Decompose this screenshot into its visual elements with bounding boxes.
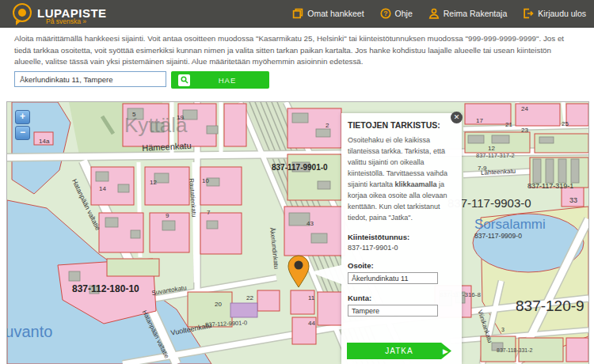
logout-icon: [523, 8, 534, 19]
zoom-in-button[interactable]: +: [15, 110, 30, 124]
property-id-value: 837-117-9901-0: [348, 244, 455, 252]
panel-title: TIETOJEN TARKISTUS:: [348, 120, 455, 130]
address-input[interactable]: [348, 272, 438, 284]
map-canvas[interactable]: [7, 102, 588, 364]
search-icon: [178, 74, 190, 86]
user-icon: [428, 8, 440, 19]
continue-button[interactable]: JATKA: [347, 343, 451, 359]
panel-pointer: [310, 265, 341, 284]
speech-bubble-icon: [13, 3, 32, 22]
search-button[interactable]: HAE: [171, 71, 269, 89]
header-nav: Omat hankkeet ? Ohje Reima Rakentaja Kir…: [292, 0, 586, 27]
intro-text: Aloita määrittämällä hankkeesi sijainti.…: [14, 33, 573, 68]
search-input[interactable]: [14, 71, 166, 87]
close-icon[interactable]: ✕: [451, 112, 463, 123]
nav-label: Reima Rakentaja: [444, 9, 508, 18]
language-link[interactable]: På svenska »: [46, 17, 86, 25]
nav-label: Omat hankkeet: [307, 9, 364, 18]
app-header: LUPAPISTE På svenska » Omat hankkeet ? O…: [0, 0, 594, 28]
map-zoom-controls: + −: [15, 110, 29, 142]
nav-label: Kirjaudu ulos: [538, 9, 586, 18]
verification-panel: ✕ TIETOJEN TARKISTUS: Osoitehaku ei ole …: [341, 113, 462, 364]
panel-body: Osoitehaku ei ole kaikissa tilanteissa t…: [348, 135, 455, 223]
nav-user[interactable]: Reima Rakentaja: [428, 8, 508, 19]
property-id-label: Kiinteistötunnus:: [348, 233, 455, 241]
continue-label: JATKA: [385, 347, 413, 355]
zoom-out-button[interactable]: −: [15, 126, 30, 140]
nav-logout[interactable]: Kirjaudu ulos: [523, 8, 586, 19]
map[interactable]: KyttäläHämeenkatu837-117-9901-0837-112-1…: [6, 101, 589, 364]
nav-label: Ohje: [395, 9, 413, 18]
municipality-input[interactable]: [348, 305, 438, 317]
nav-omat-hankkeet[interactable]: Omat hankkeet: [292, 8, 364, 19]
svg-text:?: ?: [383, 9, 387, 17]
help-icon: ?: [380, 8, 391, 19]
nav-ohje[interactable]: ? Ohje: [380, 8, 413, 19]
address-label: Osoite:: [348, 261, 455, 270]
search-button-label: HAE: [190, 76, 265, 85]
location-search: HAE: [14, 71, 269, 89]
projects-icon: [292, 8, 303, 19]
municipality-label: Kunta:: [348, 294, 455, 302]
